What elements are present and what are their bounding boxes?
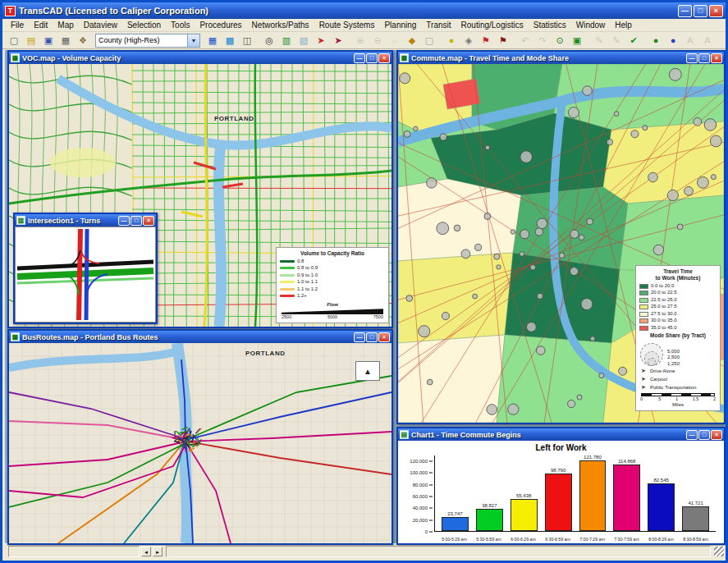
maximize-button[interactable]: □ (694, 5, 707, 17)
commute-close-button[interactable]: × (711, 53, 722, 63)
titlebar[interactable]: T TransCAD (Licensed to Caliper Corporat… (2, 2, 726, 19)
find-icon[interactable]: ◎ (261, 33, 277, 48)
chevron-down-icon[interactable]: ▼ (187, 34, 199, 47)
intersection-maximize-button[interactable]: □ (130, 216, 142, 226)
dataview-table-icon[interactable]: ▦ (204, 33, 221, 48)
intersection-close-button[interactable]: × (143, 216, 154, 226)
menu-tools[interactable]: Tools (166, 20, 195, 30)
menu-transit[interactable]: Transit (421, 20, 456, 30)
map-scale-dropdown[interactable]: County (High-Res) ▼ (95, 34, 200, 48)
menu-map[interactable]: Map (53, 20, 78, 30)
bar-column[interactable]: 98,790 (545, 455, 572, 531)
chart-minimize-button[interactable]: — (686, 430, 698, 440)
chart-y-axis: 120,000100,00080,00060,00040,00020,0000 (398, 455, 433, 532)
voc-close-button[interactable]: × (378, 53, 390, 63)
theme-icon[interactable]: ● (443, 33, 460, 48)
chart-close-button[interactable]: × (711, 430, 722, 440)
bar-column[interactable]: 121,780 (579, 455, 607, 531)
busroutes-map-window[interactable]: ▦ BusRoutes.map - Portland Bus Routes — … (7, 329, 393, 545)
tile-windows-icon[interactable]: ◫ (239, 33, 255, 48)
close-button[interactable]: × (709, 5, 723, 17)
menu-statistics[interactable]: Statistics (529, 20, 571, 30)
info-icon[interactable]: ◈ (460, 33, 477, 48)
commute-maximize-button[interactable]: □ (698, 53, 710, 63)
voc-titlebar[interactable]: ▦ VOC.map - Volume Capacity — □ × (9, 52, 391, 64)
intersection-minimize-button[interactable]: — (118, 216, 130, 226)
bar[interactable] (442, 517, 469, 531)
map-window-icon[interactable]: ▩ (222, 33, 238, 48)
bar[interactable] (545, 474, 572, 531)
drive-alone-ball-icon[interactable]: ● (648, 33, 664, 48)
voc-minimize-button[interactable]: — (354, 53, 365, 63)
network-icon[interactable]: ▣ (569, 33, 585, 48)
turns-diagram-canvas[interactable] (16, 227, 155, 322)
busroutes-titlebar[interactable]: ▦ BusRoutes.map - Portland Bus Routes — … (9, 331, 391, 343)
menu-networks-paths[interactable]: Networks/Paths (247, 20, 314, 30)
intersection-window[interactable]: ▥ Intersection1 - Turns — □ × (13, 213, 158, 324)
zoom-out-icon: ⊖ (369, 33, 386, 48)
chart-maximize-button[interactable]: □ (698, 430, 710, 440)
select-by-shape-icon[interactable]: ➤ (330, 33, 346, 48)
transit-ball-icon[interactable]: ● (665, 33, 681, 48)
menu-route-systems[interactable]: Route Systems (314, 20, 380, 30)
new-file-icon[interactable]: ▢ (6, 33, 22, 48)
minimize-button[interactable]: — (678, 5, 692, 17)
menu-selection[interactable]: Selection (122, 20, 166, 30)
resize-grip[interactable] (714, 547, 724, 556)
menu-help[interactable]: Help (610, 20, 637, 30)
bar[interactable] (579, 460, 607, 531)
commute-map-window[interactable]: ▦ Commute.map - Travel Time and Mode Sha… (396, 50, 726, 424)
bar[interactable] (648, 483, 675, 531)
bar[interactable] (613, 465, 640, 531)
voc-maximize-button[interactable]: □ (366, 53, 378, 63)
busroutes-maximize-button[interactable]: □ (366, 332, 378, 342)
flow-tick-label: 7500 (373, 314, 383, 320)
menu-window[interactable]: Window (571, 20, 611, 30)
busroutes-map-canvas[interactable] (9, 343, 391, 543)
commute-titlebar[interactable]: ▦ Commute.map - Travel Time and Mode Sha… (398, 52, 724, 64)
confirm-edit-icon[interactable]: ✔ (625, 33, 642, 48)
fill-style-icon[interactable]: ◆ (404, 33, 420, 48)
busroutes-minimize-button[interactable]: — (354, 332, 365, 342)
layers-icon[interactable]: ▧ (295, 33, 312, 48)
bar[interactable] (511, 499, 538, 531)
label-style-icon[interactable]: ▢ (421, 33, 437, 48)
geo-tools-icon[interactable]: ⊙ (552, 33, 568, 48)
open-folder-icon[interactable]: ▤ (23, 33, 39, 48)
intersection-titlebar[interactable]: ▥ Intersection1 - Turns — □ × (15, 214, 156, 227)
travel-time-legend-entry: 27.5 to 30.0 (639, 311, 717, 318)
bar-column[interactable]: 41,721 (682, 455, 709, 531)
status-scroll-right-button[interactable]: ▸ (153, 547, 163, 556)
save-icon[interactable]: ▣ (40, 33, 57, 48)
select-pointer-icon[interactable]: ➤ (313, 33, 329, 48)
legend-line-swatch (280, 281, 295, 283)
bar-column[interactable]: 38,827 (476, 455, 503, 531)
status-scroll-left-button[interactable]: ◂ (141, 547, 151, 556)
bar[interactable] (476, 509, 503, 531)
bar[interactable] (682, 506, 709, 531)
voc-legend: Volume to Capacity Ratio 0.80.8 to 0.90.… (276, 247, 389, 324)
bar-column[interactable]: 23,747 (442, 455, 469, 531)
chart-window[interactable]: ▤ Chart1 - Time Commute Begins — □ × Lef… (396, 427, 726, 545)
legend-entry-label: 20.0 to 22.5 (651, 290, 677, 296)
route-flag-start-icon[interactable]: ⚑ (478, 33, 494, 48)
dataview-file-icon: ▥ (16, 216, 25, 225)
menu-procedures[interactable]: Procedures (195, 20, 246, 30)
menu-dataview[interactable]: Dataview (79, 20, 122, 30)
route-flag-end-icon[interactable]: ⚑ (495, 33, 511, 48)
commute-minimize-button[interactable]: — (686, 53, 698, 63)
travel-time-legend-entry: 30.0 to 35.0 (639, 318, 717, 324)
bar-column[interactable]: 82,545 (648, 455, 675, 531)
pushpin-icon[interactable]: ❖ (75, 33, 91, 48)
menu-file[interactable]: File (6, 20, 29, 30)
bar-column[interactable]: 55,438 (511, 455, 538, 531)
bar-column[interactable]: 114,868 (613, 455, 640, 531)
menu-planning[interactable]: Planning (379, 20, 421, 30)
menu-routing-logistics[interactable]: Routing/Logistics (456, 20, 529, 30)
chart-titlebar[interactable]: ▤ Chart1 - Time Commute Begins — □ × (398, 428, 724, 441)
map-legend-icon[interactable]: ▥ (278, 33, 295, 48)
chart-plot-area[interactable]: 23,74738,82755,43898,790121,780114,86882… (434, 455, 716, 532)
print-icon[interactable]: ▦ (57, 33, 74, 48)
busroutes-close-button[interactable]: × (378, 332, 390, 342)
menu-edit[interactable]: Edit (29, 20, 53, 30)
